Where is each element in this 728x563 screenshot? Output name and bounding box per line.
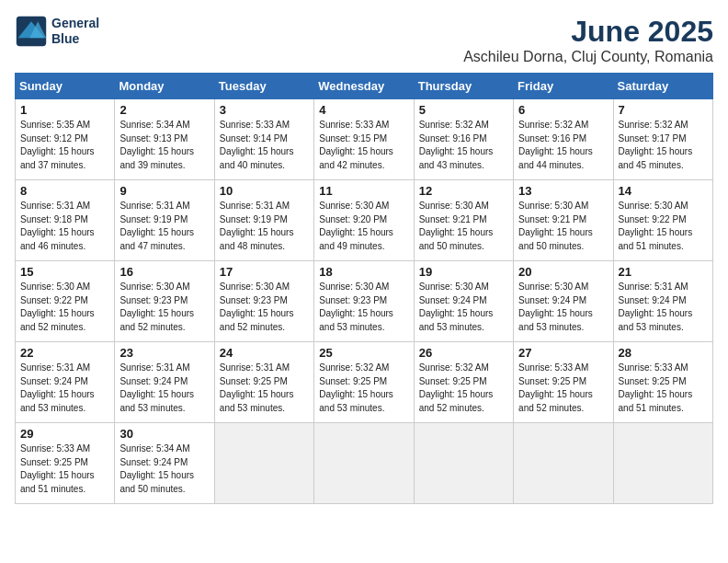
calendar-cell: 18Sunrise: 5:30 AM Sunset: 9:23 PM Dayli… [314, 261, 414, 342]
day-number: 24 [220, 346, 309, 360]
calendar-header-tuesday: Tuesday [214, 74, 313, 99]
logo-icon [15, 15, 48, 48]
day-number: 11 [319, 184, 408, 198]
day-number: 1 [20, 103, 109, 117]
calendar-cell: 8Sunrise: 5:31 AM Sunset: 9:18 PM Daylig… [16, 180, 115, 261]
day-info: Sunrise: 5:32 AM Sunset: 9:16 PM Dayligh… [419, 119, 508, 172]
page-title: June 2025 [463, 15, 713, 49]
day-number: 18 [319, 265, 408, 279]
day-info: Sunrise: 5:30 AM Sunset: 9:21 PM Dayligh… [518, 200, 608, 253]
day-info: Sunrise: 5:30 AM Sunset: 9:22 PM Dayligh… [20, 281, 109, 334]
day-number: 16 [119, 265, 209, 279]
calendar-cell: 20Sunrise: 5:30 AM Sunset: 9:24 PM Dayli… [514, 261, 613, 342]
day-number: 2 [119, 103, 209, 117]
day-info: Sunrise: 5:33 AM Sunset: 9:15 PM Dayligh… [319, 119, 408, 172]
calendar-cell: 3Sunrise: 5:33 AM Sunset: 9:14 PM Daylig… [214, 99, 313, 180]
week-row-1: 1Sunrise: 5:35 AM Sunset: 9:12 PM Daylig… [16, 99, 713, 180]
day-number: 15 [20, 265, 109, 279]
day-number: 14 [619, 184, 708, 198]
day-number: 27 [518, 346, 608, 360]
day-info: Sunrise: 5:34 AM Sunset: 9:24 PM Dayligh… [119, 442, 209, 496]
week-row-3: 15Sunrise: 5:30 AM Sunset: 9:22 PM Dayli… [16, 261, 713, 342]
calendar-header-friday: Friday [514, 74, 613, 99]
day-number: 3 [220, 103, 309, 117]
day-info: Sunrise: 5:31 AM Sunset: 9:24 PM Dayligh… [619, 281, 708, 334]
day-number: 6 [518, 103, 608, 117]
calendar-cell: 29Sunrise: 5:33 AM Sunset: 9:25 PM Dayli… [16, 423, 115, 504]
calendar-cell: 30Sunrise: 5:34 AM Sunset: 9:24 PM Dayli… [115, 423, 214, 504]
day-info: Sunrise: 5:32 AM Sunset: 9:25 PM Dayligh… [319, 362, 408, 415]
day-number: 17 [220, 265, 309, 279]
calendar-cell: 1Sunrise: 5:35 AM Sunset: 9:12 PM Daylig… [16, 99, 115, 180]
calendar-cell: 4Sunrise: 5:33 AM Sunset: 9:15 PM Daylig… [314, 99, 414, 180]
calendar-cell: 11Sunrise: 5:30 AM Sunset: 9:20 PM Dayli… [314, 180, 414, 261]
calendar-cell: 25Sunrise: 5:32 AM Sunset: 9:25 PM Dayli… [314, 342, 414, 423]
calendar-header-wednesday: Wednesday [314, 74, 414, 99]
day-info: Sunrise: 5:31 AM Sunset: 9:19 PM Dayligh… [119, 200, 209, 253]
day-info: Sunrise: 5:30 AM Sunset: 9:23 PM Dayligh… [319, 281, 408, 334]
day-number: 7 [619, 103, 708, 117]
day-number: 25 [319, 346, 408, 360]
day-info: Sunrise: 5:30 AM Sunset: 9:23 PM Dayligh… [119, 281, 209, 334]
title-area: June 2025 Aschileu Dorna, Cluj County, R… [463, 15, 713, 65]
calendar-cell: 15Sunrise: 5:30 AM Sunset: 9:22 PM Dayli… [16, 261, 115, 342]
calendar-header-monday: Monday [115, 74, 214, 99]
day-number: 23 [119, 346, 209, 360]
day-info: Sunrise: 5:33 AM Sunset: 9:25 PM Dayligh… [20, 442, 109, 496]
calendar-cell: 19Sunrise: 5:30 AM Sunset: 9:24 PM Dayli… [414, 261, 513, 342]
calendar-cell: 26Sunrise: 5:32 AM Sunset: 9:25 PM Dayli… [414, 342, 513, 423]
day-number: 29 [20, 427, 109, 441]
day-number: 21 [619, 265, 708, 279]
day-info: Sunrise: 5:33 AM Sunset: 9:14 PM Dayligh… [220, 119, 309, 172]
calendar-cell [613, 423, 712, 504]
day-number: 13 [518, 184, 608, 198]
day-info: Sunrise: 5:32 AM Sunset: 9:25 PM Dayligh… [419, 362, 508, 415]
calendar-cell: 21Sunrise: 5:31 AM Sunset: 9:24 PM Dayli… [613, 261, 712, 342]
page-subtitle: Aschileu Dorna, Cluj County, Romania [463, 49, 713, 65]
day-number: 22 [20, 346, 109, 360]
calendar-cell: 6Sunrise: 5:32 AM Sunset: 9:16 PM Daylig… [514, 99, 613, 180]
day-info: Sunrise: 5:35 AM Sunset: 9:12 PM Dayligh… [20, 119, 109, 172]
day-number: 19 [419, 265, 508, 279]
calendar-cell: 9Sunrise: 5:31 AM Sunset: 9:19 PM Daylig… [115, 180, 214, 261]
calendar-cell: 27Sunrise: 5:33 AM Sunset: 9:25 PM Dayli… [514, 342, 613, 423]
day-info: Sunrise: 5:31 AM Sunset: 9:25 PM Dayligh… [220, 362, 309, 415]
calendar-cell: 7Sunrise: 5:32 AM Sunset: 9:17 PM Daylig… [613, 99, 712, 180]
calendar-header-saturday: Saturday [613, 74, 712, 99]
calendar-header-row: SundayMondayTuesdayWednesdayThursdayFrid… [16, 74, 713, 99]
calendar-cell: 14Sunrise: 5:30 AM Sunset: 9:22 PM Dayli… [613, 180, 712, 261]
calendar-cell [514, 423, 613, 504]
day-number: 8 [20, 184, 109, 198]
calendar-cell: 24Sunrise: 5:31 AM Sunset: 9:25 PM Dayli… [214, 342, 313, 423]
day-number: 4 [319, 103, 408, 117]
day-info: Sunrise: 5:30 AM Sunset: 9:23 PM Dayligh… [220, 281, 309, 334]
day-info: Sunrise: 5:34 AM Sunset: 9:13 PM Dayligh… [119, 119, 209, 172]
calendar-table: SundayMondayTuesdayWednesdayThursdayFrid… [15, 73, 713, 504]
day-number: 12 [419, 184, 508, 198]
day-info: Sunrise: 5:32 AM Sunset: 9:16 PM Dayligh… [518, 119, 608, 172]
week-row-2: 8Sunrise: 5:31 AM Sunset: 9:18 PM Daylig… [16, 180, 713, 261]
calendar-cell: 17Sunrise: 5:30 AM Sunset: 9:23 PM Dayli… [214, 261, 313, 342]
calendar-cell [414, 423, 513, 504]
calendar-cell: 28Sunrise: 5:33 AM Sunset: 9:25 PM Dayli… [613, 342, 712, 423]
day-info: Sunrise: 5:30 AM Sunset: 9:21 PM Dayligh… [419, 200, 508, 253]
day-number: 30 [119, 427, 209, 441]
day-number: 20 [518, 265, 608, 279]
day-info: Sunrise: 5:32 AM Sunset: 9:17 PM Dayligh… [619, 119, 708, 172]
day-number: 10 [220, 184, 309, 198]
calendar-cell: 22Sunrise: 5:31 AM Sunset: 9:24 PM Dayli… [16, 342, 115, 423]
week-row-5: 29Sunrise: 5:33 AM Sunset: 9:25 PM Dayli… [16, 423, 713, 504]
calendar-cell [314, 423, 414, 504]
calendar-cell [214, 423, 313, 504]
logo: General Blue [15, 15, 99, 48]
day-info: Sunrise: 5:33 AM Sunset: 9:25 PM Dayligh… [619, 362, 708, 415]
day-info: Sunrise: 5:31 AM Sunset: 9:24 PM Dayligh… [119, 362, 209, 415]
day-number: 26 [419, 346, 508, 360]
day-info: Sunrise: 5:33 AM Sunset: 9:25 PM Dayligh… [518, 362, 608, 415]
calendar-cell: 23Sunrise: 5:31 AM Sunset: 9:24 PM Dayli… [115, 342, 214, 423]
calendar-cell: 10Sunrise: 5:31 AM Sunset: 9:19 PM Dayli… [214, 180, 313, 261]
day-info: Sunrise: 5:31 AM Sunset: 9:18 PM Dayligh… [20, 200, 109, 253]
day-info: Sunrise: 5:30 AM Sunset: 9:24 PM Dayligh… [518, 281, 608, 334]
day-info: Sunrise: 5:30 AM Sunset: 9:24 PM Dayligh… [419, 281, 508, 334]
page-header: General Blue June 2025 Aschileu Dorna, C… [15, 15, 713, 65]
